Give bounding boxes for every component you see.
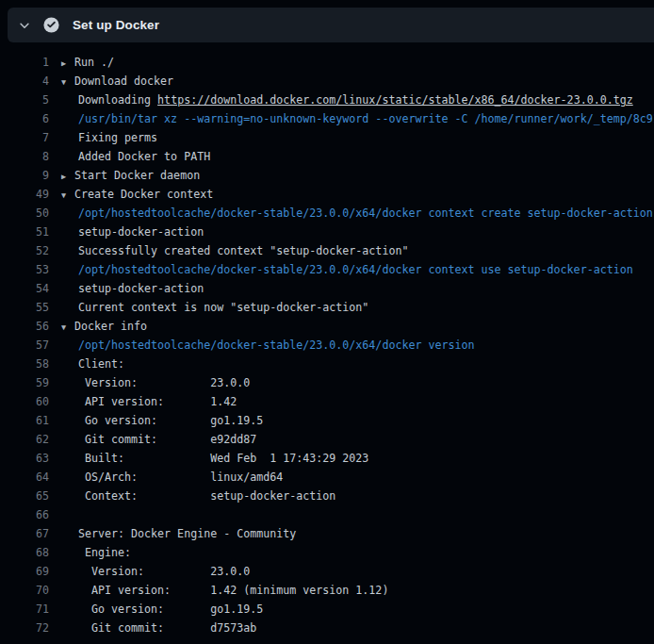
log-line-text: API version: 1.42 bbox=[61, 392, 237, 411]
group-label: Run ./ bbox=[74, 56, 114, 69]
log-line[interactable]: 4 ▼Download docker bbox=[0, 72, 654, 91]
log-line: 59 Version: 23.0.0 bbox=[0, 373, 654, 392]
log-line-text: Engine: bbox=[61, 543, 131, 562]
line-number[interactable]: 1 bbox=[0, 53, 49, 72]
log-line-text: Client: bbox=[61, 355, 124, 373]
log-line: 52 Successfully created context "setup-d… bbox=[0, 241, 654, 260]
line-number[interactable]: 67 bbox=[0, 524, 49, 543]
triangle-collapsed-icon[interactable]: ▶ bbox=[61, 54, 74, 72]
step-header[interactable]: Set up Docker bbox=[8, 8, 654, 42]
step-title: Set up Docker bbox=[73, 18, 159, 32]
log-line: 62 Git commit: e92dd87 bbox=[0, 430, 654, 449]
line-number[interactable]: 66 bbox=[0, 505, 49, 524]
check-circle-icon bbox=[43, 17, 59, 33]
triangle-expanded-icon[interactable]: ▼ bbox=[61, 186, 74, 204]
log-line-text: Built: Wed Feb 1 17:43:29 2023 bbox=[61, 449, 368, 468]
log-line: 64 OS/Arch: linux/amd64 bbox=[0, 468, 654, 487]
log-line-text: Current context is now "setup-docker-act… bbox=[61, 298, 368, 317]
log-line: 54 setup-docker-action bbox=[0, 279, 654, 298]
log-line: 60 API version: 1.42 bbox=[0, 392, 654, 411]
log-line-text: /usr/bin/tar xz --warning=no-unknown-key… bbox=[61, 109, 654, 128]
log-line: 7 Fixing perms bbox=[0, 128, 654, 147]
log-line: 50 /opt/hostedtoolcache/docker-stable/23… bbox=[0, 204, 654, 223]
log-line[interactable]: 9 ▶Start Docker daemon bbox=[0, 166, 654, 185]
line-number[interactable]: 58 bbox=[0, 355, 49, 373]
line-number[interactable]: 65 bbox=[0, 487, 49, 505]
group-label: Docker info bbox=[74, 320, 147, 333]
log-link[interactable]: https://download.docker.com/linux/static… bbox=[157, 93, 633, 107]
group-label: Create Docker context bbox=[74, 188, 213, 201]
log-line-text: Version: 23.0.0 bbox=[61, 373, 250, 392]
line-number[interactable]: 54 bbox=[0, 279, 49, 298]
line-number[interactable]: 8 bbox=[0, 147, 49, 166]
log-line-text: Git commit: d7573ab bbox=[61, 619, 256, 637]
triangle-expanded-icon[interactable]: ▼ bbox=[61, 318, 74, 336]
log-line: 51 setup-docker-action bbox=[0, 223, 654, 241]
line-number[interactable]: 64 bbox=[0, 468, 49, 487]
line-number[interactable]: 63 bbox=[0, 449, 49, 468]
log-line: 5 Downloading https://download.docker.co… bbox=[0, 91, 654, 109]
line-number[interactable]: 49 bbox=[0, 185, 49, 204]
log-line-text: setup-docker-action bbox=[61, 279, 204, 298]
line-number[interactable]: 52 bbox=[0, 241, 49, 260]
line-number[interactable]: 50 bbox=[0, 204, 49, 223]
line-number[interactable]: 9 bbox=[0, 166, 49, 185]
log-line-text bbox=[61, 505, 78, 524]
log-line-text: /opt/hostedtoolcache/docker-stable/23.0.… bbox=[61, 204, 654, 223]
log-line[interactable]: 49 ▼Create Docker context bbox=[0, 185, 654, 204]
log-line-text: API version: 1.42 (minimum version 1.12) bbox=[61, 581, 388, 600]
line-number[interactable]: 69 bbox=[0, 562, 49, 581]
line-number[interactable]: 62 bbox=[0, 430, 49, 449]
log-line-text: Git commit: e92dd87 bbox=[61, 430, 256, 449]
log-line: 65 Context: setup-docker-action bbox=[0, 487, 654, 505]
line-number[interactable]: 6 bbox=[0, 109, 49, 128]
log-line: 67 Server: Docker Engine - Community bbox=[0, 524, 654, 543]
log-line-text: Version: 23.0.0 bbox=[61, 562, 250, 581]
line-number[interactable]: 61 bbox=[0, 411, 49, 430]
line-number[interactable]: 57 bbox=[0, 336, 49, 355]
log-line-text: setup-docker-action bbox=[61, 223, 204, 241]
line-number[interactable]: 53 bbox=[0, 260, 49, 279]
log-line: 70 API version: 1.42 (minimum version 1.… bbox=[0, 581, 654, 600]
line-number[interactable]: 56 bbox=[0, 317, 49, 336]
log-line: 69 Version: 23.0.0 bbox=[0, 562, 654, 581]
log-line-text: OS/Arch: linux/amd64 bbox=[61, 468, 283, 487]
line-number[interactable]: 70 bbox=[0, 581, 49, 600]
log-line: 71 Go version: go1.19.5 bbox=[0, 600, 654, 619]
log-line-text: Fixing perms bbox=[61, 128, 157, 147]
group-label: Start Docker daemon bbox=[74, 169, 200, 182]
line-number[interactable]: 4 bbox=[0, 72, 49, 91]
log-line: 6 /usr/bin/tar xz --warning=no-unknown-k… bbox=[0, 109, 654, 128]
line-number[interactable]: 7 bbox=[0, 128, 49, 147]
log-lines: 1 ▶Run ./ 4 ▼Download docker 5 Downloadi… bbox=[0, 42, 654, 637]
log-line-text: ▶Run ./ bbox=[61, 53, 114, 72]
line-number[interactable]: 5 bbox=[0, 91, 49, 109]
log-line: 8 Added Docker to PATH bbox=[0, 147, 654, 166]
line-number[interactable]: 55 bbox=[0, 298, 49, 317]
line-number[interactable]: 71 bbox=[0, 600, 49, 619]
line-number[interactable]: 59 bbox=[0, 373, 49, 392]
log-line-text: Go version: go1.19.5 bbox=[61, 600, 263, 619]
log-line-text: Context: setup-docker-action bbox=[61, 487, 335, 505]
chevron-down-icon[interactable] bbox=[18, 19, 31, 32]
log-line-text: Go version: go1.19.5 bbox=[61, 411, 263, 430]
log-line: 55 Current context is now "setup-docker-… bbox=[0, 298, 654, 317]
log-line[interactable]: 1 ▶Run ./ bbox=[0, 53, 654, 72]
line-number[interactable]: 68 bbox=[0, 543, 49, 562]
line-number[interactable]: 72 bbox=[0, 619, 49, 637]
log-line-text: Added Docker to PATH bbox=[61, 147, 210, 166]
triangle-expanded-icon[interactable]: ▼ bbox=[61, 73, 74, 91]
log-line-text: Downloading https://download.docker.com/… bbox=[61, 91, 633, 109]
log-line: 58 Client: bbox=[0, 355, 654, 373]
line-number[interactable]: 51 bbox=[0, 223, 49, 241]
group-label: Download docker bbox=[74, 74, 173, 88]
log-line: 57 /opt/hostedtoolcache/docker-stable/23… bbox=[0, 336, 654, 355]
log-line-text: Server: Docker Engine - Community bbox=[61, 524, 296, 543]
log-line[interactable]: 56 ▼Docker info bbox=[0, 317, 654, 336]
log-line-text: ▼Docker info bbox=[61, 317, 147, 336]
line-number[interactable]: 60 bbox=[0, 392, 49, 411]
log-line: 63 Built: Wed Feb 1 17:43:29 2023 bbox=[0, 449, 654, 468]
log-line: 72 Git commit: d7573ab bbox=[0, 619, 654, 637]
log-line-text: /opt/hostedtoolcache/docker-stable/23.0.… bbox=[61, 336, 475, 355]
triangle-collapsed-icon[interactable]: ▶ bbox=[61, 167, 74, 185]
